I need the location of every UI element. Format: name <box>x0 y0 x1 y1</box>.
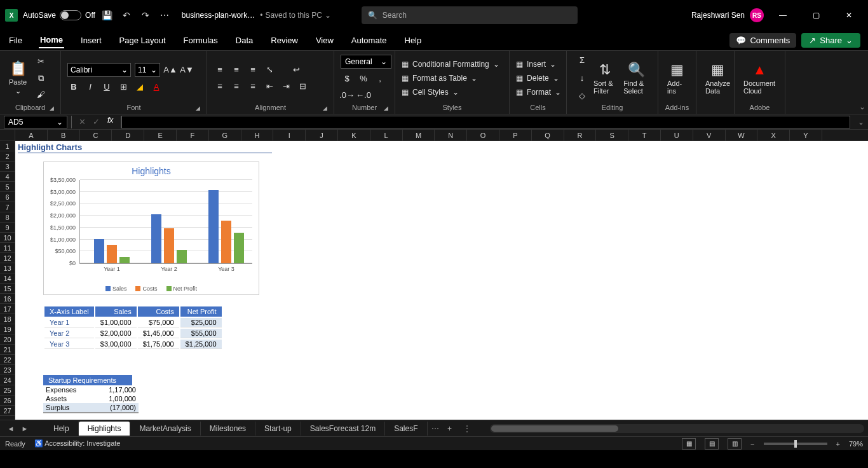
dialog-launcher-icon[interactable]: ◢ <box>323 105 327 111</box>
clear-icon[interactable]: ◇ <box>576 90 588 102</box>
row-header[interactable]: 12 <box>0 253 15 263</box>
row-header[interactable]: 19 <box>0 324 15 334</box>
column-header[interactable]: M <box>403 130 435 141</box>
dialog-launcher-icon[interactable]: ◢ <box>196 105 200 111</box>
row-header[interactable]: 4 <box>0 172 15 182</box>
sheet-nav-prev[interactable]: ◄ <box>4 425 18 432</box>
zoom-in-button[interactable]: + <box>836 440 840 448</box>
align-middle-icon[interactable]: ≡ <box>230 64 243 76</box>
accessibility-status[interactable]: ♿ Accessibility: Investigate <box>34 439 121 448</box>
merge-center-icon[interactable]: ⊟ <box>296 80 309 93</box>
autosum-icon[interactable]: Σ <box>576 54 588 67</box>
delete-cells-button[interactable]: ▦Delete ⌄ <box>516 74 561 83</box>
row-header[interactable]: 13 <box>0 263 15 273</box>
column-header[interactable]: T <box>628 130 661 141</box>
row-header[interactable]: 16 <box>0 294 15 304</box>
row-header[interactable]: 27 <box>0 406 15 416</box>
minimize-button[interactable]: — <box>769 5 797 25</box>
dialog-launcher-icon[interactable]: ◢ <box>50 105 54 111</box>
redo-icon[interactable]: ↷ <box>139 8 153 22</box>
startup-row[interactable]: Assets1,00,000 <box>43 394 139 403</box>
bold-button[interactable]: B <box>67 81 80 93</box>
share-button[interactable]: ↗ Share ⌄ <box>801 33 860 48</box>
page-break-view-icon[interactable]: ▥ <box>728 438 742 450</box>
startup-requirements-table[interactable]: Startup Requirements Expenses1,17,000Ass… <box>43 375 139 413</box>
sheet-nav-next[interactable]: ► <box>18 425 32 432</box>
format-cells-button[interactable]: ▦Format ⌄ <box>516 88 561 97</box>
tab-view[interactable]: View <box>315 33 335 48</box>
cancel-formula-icon[interactable]: ✕ <box>76 116 88 128</box>
row-header[interactable]: 20 <box>0 334 15 345</box>
column-header[interactable]: E <box>144 130 177 141</box>
row-header[interactable]: 5 <box>0 182 15 192</box>
sheet-tab[interactable]: SalesF <box>385 422 427 436</box>
row-header[interactable]: 3 <box>0 162 15 172</box>
orientation-icon[interactable]: ⤡ <box>263 64 276 76</box>
startup-row[interactable]: Surplus(17,000) <box>43 403 139 413</box>
align-top-icon[interactable]: ≡ <box>214 64 226 76</box>
indent-decrease-icon[interactable]: ⇤ <box>263 80 276 93</box>
row-header[interactable]: 14 <box>0 273 15 284</box>
sheet-tab[interactable]: Milestones <box>201 422 255 436</box>
increase-decimal-icon[interactable]: .0→ <box>341 89 353 102</box>
save-icon[interactable]: 💾 <box>100 8 114 22</box>
row-header[interactable]: 7 <box>0 202 15 212</box>
enter-formula-icon[interactable]: ✓ <box>90 116 102 128</box>
sheet-tab[interactable]: Help <box>44 422 79 436</box>
tab-data[interactable]: Data <box>234 33 254 48</box>
tab-help[interactable]: Help <box>403 33 423 48</box>
decrease-font-icon[interactable]: A▼ <box>180 64 193 76</box>
row-header[interactable]: 6 <box>0 192 15 202</box>
column-header[interactable]: F <box>177 130 209 141</box>
column-header[interactable]: R <box>564 130 597 141</box>
row-header[interactable]: 9 <box>0 223 15 233</box>
column-header[interactable]: P <box>499 130 532 141</box>
undo-icon[interactable]: ↶ <box>119 8 133 22</box>
fx-icon[interactable]: fx <box>104 116 117 128</box>
qat-dropdown-icon[interactable]: ⋯ <box>158 8 172 22</box>
currency-icon[interactable]: $ <box>341 72 353 85</box>
page-layout-view-icon[interactable]: ▤ <box>705 438 719 450</box>
sheet-tab[interactable]: MarketAnalysis <box>130 422 200 436</box>
column-header[interactable]: H <box>241 130 274 141</box>
increase-font-icon[interactable]: A▲ <box>164 64 177 76</box>
sheet-tab[interactable]: Highlights <box>79 422 131 436</box>
analyze-data-button[interactable]: ▦Analyze Data <box>703 60 733 96</box>
number-format-combo[interactable]: General⌄ <box>341 55 391 69</box>
cut-icon[interactable]: ✂ <box>34 55 47 68</box>
column-header[interactable]: O <box>467 130 499 141</box>
column-header[interactable]: I <box>273 130 306 141</box>
column-header[interactable]: A <box>15 130 48 141</box>
row-header[interactable]: 1 <box>0 141 15 151</box>
row-header[interactable]: 15 <box>0 284 15 294</box>
comments-button[interactable]: 💬 Comments <box>729 33 796 48</box>
tab-insert[interactable]: Insert <box>79 33 103 48</box>
collapse-ribbon-icon[interactable]: ⌄ <box>859 102 865 111</box>
search-input[interactable]: 🔍 Search <box>362 6 578 24</box>
indent-increase-icon[interactable]: ⇥ <box>280 80 292 93</box>
maximize-button[interactable]: ▢ <box>802 5 830 25</box>
startup-row[interactable]: Expenses1,17,000 <box>43 385 139 394</box>
column-header[interactable]: V <box>693 130 726 141</box>
underline-button[interactable]: U <box>100 81 113 93</box>
row-header[interactable]: 10 <box>0 233 15 243</box>
row-header[interactable]: 26 <box>0 396 15 406</box>
fill-icon[interactable]: ↓ <box>576 72 588 85</box>
paste-button[interactable]: 📋 Paste⌄ <box>6 59 29 97</box>
row-header[interactable]: 8 <box>0 212 15 223</box>
close-button[interactable]: ✕ <box>835 5 863 25</box>
normal-view-icon[interactable]: ▦ <box>682 438 696 450</box>
row-header[interactable]: 23 <box>0 365 15 375</box>
highlights-data-table[interactable]: X-Axis LabelSalesCostsNet Profit Year 1$… <box>43 305 223 350</box>
row-header[interactable]: 2 <box>0 151 15 162</box>
table-row[interactable]: Year 1$1,00,000$75,000$25,000 <box>44 318 222 327</box>
cell-styles-button[interactable]: ▦Cell Styles ⌄ <box>402 88 499 97</box>
italic-button[interactable]: I <box>84 81 97 93</box>
sheet-options-icon[interactable]: ⋮ <box>457 424 477 433</box>
align-bottom-icon[interactable]: ≡ <box>247 64 259 76</box>
more-sheets-icon[interactable]: ⋯ <box>428 424 443 433</box>
comma-icon[interactable]: , <box>374 72 386 85</box>
row-header[interactable]: 11 <box>0 243 15 253</box>
insert-cells-button[interactable]: ▦Insert ⌄ <box>516 60 561 69</box>
horizontal-scrollbar[interactable] <box>490 424 864 433</box>
